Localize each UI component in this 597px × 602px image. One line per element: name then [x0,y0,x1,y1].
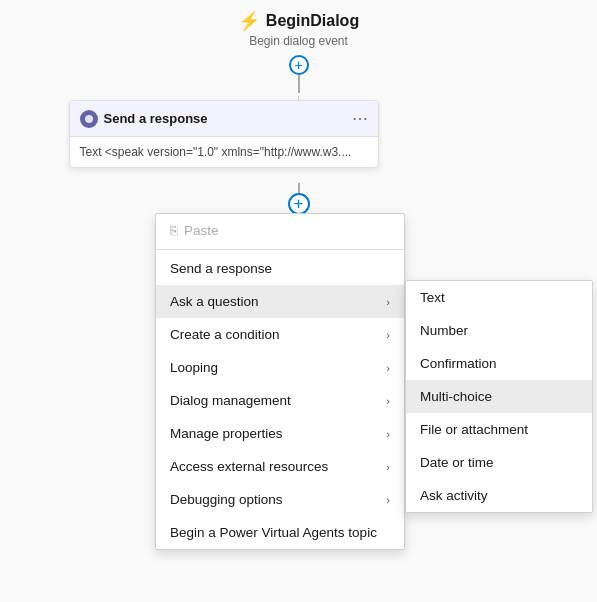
submenu-item-multi-choice[interactable]: Multi-choice [406,380,592,413]
menu-divider [156,249,404,250]
menu-item-send-response[interactable]: Send a response [156,252,404,285]
debugging-label: Debugging options [170,492,283,507]
card-body: Text <speak version="1.0" xmlns="http://… [70,137,378,167]
dialog-management-label: Dialog management [170,393,291,408]
dialog-subtitle: Begin dialog event [238,34,359,48]
submenu-item-ask-activity[interactable]: Ask activity [406,479,592,512]
text-label: Text [420,290,445,305]
looping-chevron: › [386,362,390,374]
access-external-label: Access external resources [170,459,328,474]
begin-dialog-title: ⚡ BeginDialog [238,10,359,32]
looping-label: Looping [170,360,218,375]
manage-properties-label: Manage properties [170,426,283,441]
dialog-management-chevron: › [386,395,390,407]
menu-item-dialog-management[interactable]: Dialog management › [156,384,404,417]
submenu-item-date-time[interactable]: Date or time [406,446,592,479]
create-condition-label: Create a condition [170,327,280,342]
connector-line-mid [298,183,300,193]
confirmation-label: Confirmation [420,356,497,371]
send-response-card: Send a response ⋯ Text <speak version="1… [69,100,379,168]
submenu-item-confirmation[interactable]: Confirmation [406,347,592,380]
mid-add-button[interactable]: + [288,193,310,215]
context-menu: ⎘ Paste Send a response Ask a question ›… [155,213,405,550]
paste-icon: ⎘ [170,223,178,238]
submenu-item-file-attachment[interactable]: File or attachment [406,413,592,446]
menu-item-access-external[interactable]: Access external resources › [156,450,404,483]
ask-question-chevron: › [386,296,390,308]
access-external-chevron: › [386,461,390,473]
menu-item-paste[interactable]: ⎘ Paste [156,214,404,247]
submenu-item-text[interactable]: Text [406,281,592,314]
ask-question-submenu: Text Number Confirmation Multi-choice Fi… [405,280,593,513]
manage-properties-chevron: › [386,428,390,440]
multi-choice-label: Multi-choice [420,389,492,404]
card-icon [80,110,98,128]
top-add-button[interactable]: + [289,55,309,75]
number-label: Number [420,323,468,338]
create-condition-chevron: › [386,329,390,341]
debugging-chevron: › [386,494,390,506]
lightning-icon: ⚡ [238,10,260,32]
connector-line-top [298,75,300,93]
ask-activity-label: Ask activity [420,488,488,503]
begin-pva-label: Begin a Power Virtual Agents topic [170,525,377,540]
dialog-title-text: BeginDialog [266,12,359,30]
paste-label: Paste [184,223,219,238]
send-response-label: Send a response [170,261,272,276]
card-menu-button[interactable]: ⋯ [352,109,368,128]
card-header-left: Send a response [80,110,208,128]
file-attachment-label: File or attachment [420,422,528,437]
card-title-text: Send a response [104,111,208,126]
menu-item-create-condition[interactable]: Create a condition › [156,318,404,351]
menu-item-looping[interactable]: Looping › [156,351,404,384]
card-header: Send a response ⋯ [70,101,378,137]
svg-point-0 [85,115,93,123]
menu-item-begin-pva[interactable]: Begin a Power Virtual Agents topic [156,516,404,549]
menu-item-debugging[interactable]: Debugging options › [156,483,404,516]
begin-dialog-header: ⚡ BeginDialog Begin dialog event [238,10,359,48]
menu-item-manage-properties[interactable]: Manage properties › [156,417,404,450]
date-time-label: Date or time [420,455,494,470]
card-icon-svg [84,114,94,124]
menu-item-ask-question[interactable]: Ask a question › [156,285,404,318]
submenu-item-number[interactable]: Number [406,314,592,347]
ask-question-label: Ask a question [170,294,259,309]
